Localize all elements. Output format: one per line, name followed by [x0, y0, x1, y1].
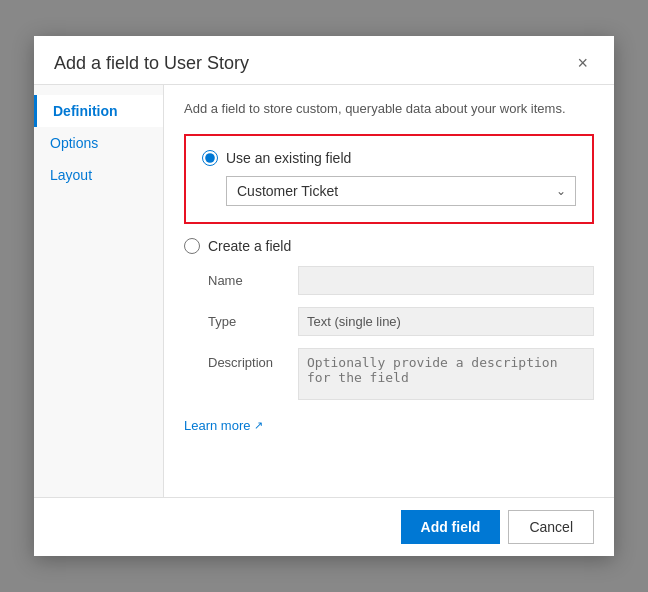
existing-field-dropdown-wrapper: Customer Ticket ⌄: [226, 176, 576, 206]
dialog-footer: Add field Cancel: [34, 497, 614, 556]
create-field-radio-row: Create a field: [184, 238, 594, 254]
dialog-body: Definition Options Layout Add a field to…: [34, 85, 614, 497]
name-input[interactable]: [298, 266, 594, 295]
type-row: Type: [208, 307, 594, 336]
create-field-radio[interactable]: [184, 238, 200, 254]
use-existing-section: Use an existing field Customer Ticket ⌄: [184, 134, 594, 224]
description-row: Description: [208, 348, 594, 400]
create-field-form: Name Type Description: [208, 266, 594, 400]
close-button[interactable]: ×: [571, 52, 594, 74]
description-label: Description: [208, 348, 298, 370]
type-input[interactable]: [298, 307, 594, 336]
use-existing-radio[interactable]: [202, 150, 218, 166]
dialog-header: Add a field to User Story ×: [34, 36, 614, 85]
name-row: Name: [208, 266, 594, 295]
main-content: Add a field to store custom, queryable d…: [164, 85, 614, 497]
description-text: Add a field to store custom, queryable d…: [184, 101, 594, 116]
dialog-title: Add a field to User Story: [54, 53, 249, 74]
add-field-dialog: Add a field to User Story × Definition O…: [34, 36, 614, 556]
name-label: Name: [208, 266, 298, 288]
sidebar-item-definition[interactable]: Definition: [34, 95, 163, 127]
use-existing-radio-label[interactable]: Use an existing field: [202, 150, 576, 166]
external-link-icon: ↗: [254, 419, 263, 432]
cancel-button[interactable]: Cancel: [508, 510, 594, 544]
type-label: Type: [208, 307, 298, 329]
existing-field-select[interactable]: Customer Ticket: [226, 176, 576, 206]
sidebar-item-layout[interactable]: Layout: [34, 159, 163, 191]
add-field-button[interactable]: Add field: [401, 510, 501, 544]
learn-more-link[interactable]: Learn more ↗: [184, 418, 263, 433]
sidebar-item-options[interactable]: Options: [34, 127, 163, 159]
create-field-label: Create a field: [208, 238, 291, 254]
create-field-section: Create a field Name Type Description: [184, 238, 594, 400]
description-textarea[interactable]: [298, 348, 594, 400]
sidebar: Definition Options Layout: [34, 85, 164, 497]
